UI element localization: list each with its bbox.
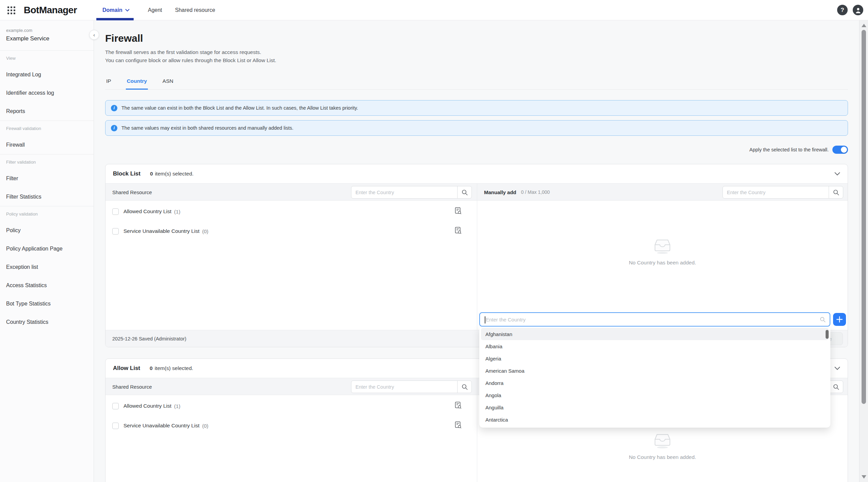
shared-resource-label: Shared Resource (112, 378, 152, 395)
sidebar-section-policy-validation: Policy validation (6, 206, 88, 221)
shared-resource-row: Allowed Country List (1) (112, 205, 462, 218)
sidebar-item-bot-type-statistics[interactable]: Bot Type Statistics (6, 295, 88, 313)
service-unavailable-country-list-checkbox[interactable] (112, 423, 119, 429)
manually-add-subheader: Manually add 0 / Max 1,000 (477, 184, 848, 200)
chevron-down-icon (125, 9, 130, 12)
page-title: Firewall (105, 33, 143, 44)
sidebar-item-policy[interactable]: Policy (6, 221, 88, 240)
search-button[interactable] (829, 381, 843, 393)
top-navigation: BotManager Domain Agent Shared resource … (0, 0, 868, 20)
shared-resource-label: Shared Resource (112, 184, 152, 201)
country-option[interactable]: American Samoa (481, 365, 829, 377)
allowed-country-list-checkbox[interactable] (112, 403, 119, 409)
preview-list-icon[interactable] (455, 402, 462, 411)
sidebar-collapse-button[interactable]: ‹ (89, 30, 99, 40)
scrollbar-thumb[interactable] (862, 30, 866, 404)
page-description: The firewall serves as the first validat… (105, 48, 276, 64)
sidebar-item-firewall[interactable]: Firewall (6, 136, 88, 154)
shared-resource-search (351, 186, 472, 199)
search-icon (833, 384, 839, 390)
chevron-down-icon (834, 367, 840, 370)
country-option[interactable]: Afghanistan (481, 328, 829, 340)
search-button[interactable] (457, 186, 471, 198)
allow-list-selected-count: 0item(s) selected. (150, 365, 193, 371)
country-option[interactable]: Angola (481, 389, 829, 401)
preview-list-icon[interactable] (455, 207, 462, 216)
country-option[interactable]: Anguilla (481, 401, 829, 413)
search-button[interactable] (829, 186, 843, 198)
apply-toggle-row: Apply the selected list to the firewall. (749, 146, 848, 154)
shared-resource-search-input[interactable] (351, 186, 457, 198)
shared-resource-subheader: Shared Resource (105, 378, 477, 395)
service-unavailable-country-list-checkbox[interactable] (112, 228, 119, 235)
block-list-collapse-chevron[interactable] (834, 172, 840, 175)
sidebar-item-policy-application-page[interactable]: Policy Application Page (6, 240, 88, 258)
sidebar-item-reports[interactable]: Reports (6, 102, 88, 120)
dropdown-scrollbar-thumb[interactable] (826, 330, 829, 339)
account-icon[interactable] (853, 5, 863, 15)
manually-add-search-input[interactable] (723, 186, 829, 198)
apply-toggle-label: Apply the selected list to the firewall. (749, 147, 829, 152)
person-icon (855, 7, 861, 13)
sidebar-section-firewall-validation: Firewall validation (6, 121, 88, 136)
nav-item-shared-resource[interactable]: Shared resource (175, 0, 215, 20)
apps-grid-icon[interactable] (7, 6, 15, 14)
sidebar-section-view: View (6, 51, 88, 66)
add-country-button[interactable] (833, 313, 846, 326)
tab-ip[interactable]: IP (105, 75, 112, 89)
tab-country[interactable]: Country (126, 75, 148, 89)
sidebar-item-identifier-access-log[interactable]: Identifier access log (6, 84, 88, 102)
plus-icon (836, 316, 843, 322)
sidebar-section-filter-validation: Filter validation (6, 154, 88, 169)
apply-firewall-toggle[interactable] (832, 146, 848, 154)
sidebar-service-name[interactable]: Example Service (6, 35, 88, 42)
add-country-input-wrap (479, 312, 830, 327)
notice-banner-priority: i The same value can exist in both the B… (105, 100, 848, 116)
panel-divider (477, 201, 477, 330)
preview-list-icon[interactable] (455, 227, 462, 236)
manually-add-count: 0 / Max 1,000 (521, 189, 550, 195)
allowed-country-list-checkbox[interactable] (112, 208, 119, 215)
empty-inbox-icon (654, 239, 671, 254)
block-list-title: Block List (113, 170, 140, 177)
app-logo: BotManager (24, 5, 77, 16)
shared-resource-subheader: Shared Resource (105, 184, 477, 200)
notice-banner-shared: i The same values may exist in both shar… (105, 120, 848, 136)
sidebar-item-access-statistics[interactable]: Access Statistics (6, 276, 88, 295)
help-icon[interactable]: ? (837, 5, 848, 15)
sidebar-domain: example.com (6, 28, 88, 33)
search-button[interactable] (457, 381, 471, 393)
search-icon (820, 317, 826, 322)
country-option[interactable]: Albania (481, 340, 829, 352)
panel-divider (477, 395, 477, 482)
sidebar: example.com Example Service View Integra… (0, 20, 94, 482)
scrollbar-up-arrow[interactable] (862, 24, 866, 27)
last-saved-text: 2025-12-26 Saved (Administrator) (112, 330, 186, 347)
block-list-header: Block List 0item(s) selected. (105, 164, 848, 183)
tab-asn[interactable]: ASN (161, 75, 174, 89)
allow-list-collapse-chevron[interactable] (834, 367, 840, 370)
search-icon (462, 384, 468, 390)
sidebar-item-integrated-log[interactable]: Integrated Log (6, 66, 88, 84)
country-option[interactable]: Algeria (481, 352, 829, 365)
add-country-input[interactable] (480, 317, 820, 322)
shared-resource-search-input[interactable] (351, 381, 457, 393)
sidebar-item-exception-list[interactable]: Exception list (6, 258, 88, 276)
shared-resource-search (351, 381, 472, 393)
shared-resource-row: Service Unavailable Country List (0) (112, 420, 462, 432)
preview-list-icon[interactable] (455, 421, 462, 430)
sidebar-item-country-statistics[interactable]: Country Statistics (6, 313, 88, 331)
text-caret (485, 316, 485, 323)
allow-list-empty-state: No Country has been added. (595, 433, 730, 460)
sidebar-item-filter[interactable]: Filter (6, 169, 88, 188)
scrollbar-down-arrow[interactable] (862, 475, 866, 479)
nav-item-domain[interactable]: Domain (102, 0, 130, 20)
sidebar-item-filter-statistics[interactable]: Filter Statistics (6, 188, 88, 206)
firewall-tabs: IP Country ASN (105, 75, 848, 90)
search-icon (833, 189, 839, 196)
nav-item-agent[interactable]: Agent (148, 0, 162, 20)
app-window: BotManager Domain Agent Shared resource … (0, 0, 868, 482)
chevron-down-icon (834, 172, 840, 175)
country-option[interactable]: Andorra (481, 377, 829, 389)
country-option[interactable]: Antarctica (481, 413, 829, 426)
